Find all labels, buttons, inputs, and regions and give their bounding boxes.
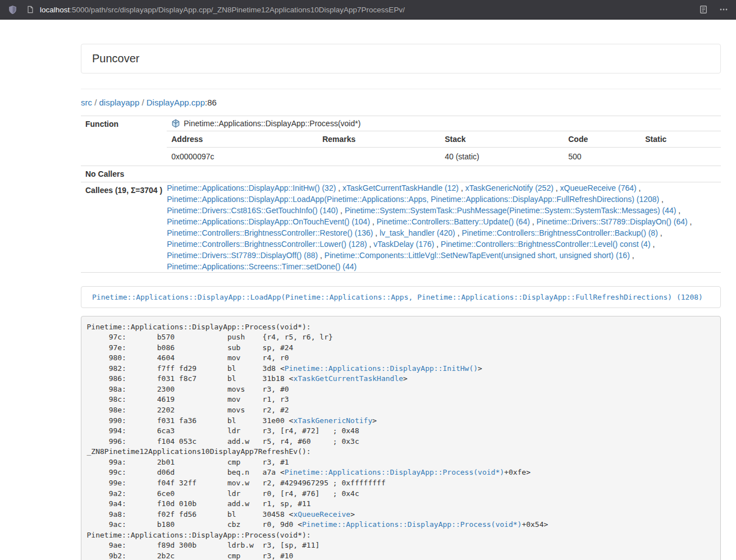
code-value: 500	[564, 148, 641, 166]
callees-list: Pinetime::Applications::DisplayApp::Init…	[167, 182, 721, 273]
overflow-menu-icon[interactable]	[719, 5, 728, 14]
callees-row: Callees (19, Σ=3704 ) Pinetime::Applicat…	[81, 182, 721, 273]
column-header-static: Static	[641, 131, 721, 148]
disassembly-code-block: Pinetime::Applications::DisplayApp::Proc…	[81, 316, 721, 560]
breadcrumb-separator: /	[92, 98, 99, 107]
callee-link[interactable]: Pinetime::Applications::DisplayApp::Init…	[167, 183, 336, 192]
stats-header-row: Address Remarks Stack Code Static	[167, 131, 721, 148]
callees-label: Callees (19, Σ=3704 )	[81, 182, 167, 273]
loadapp-link[interactable]: Pinetime::Applications::DisplayApp::Load…	[92, 293, 703, 301]
column-header-code: Code	[564, 131, 641, 148]
callee-link[interactable]: vTaskDelay (176)	[373, 240, 434, 249]
page-title: Puncover	[92, 52, 140, 65]
tracking-protection-shield-icon[interactable]	[8, 5, 17, 15]
disassembly-symbol-link[interactable]: xTaskGenericNotify	[293, 416, 372, 425]
callee-link[interactable]: Pinetime::Controllers::Battery::Update()…	[377, 217, 530, 226]
url-bar[interactable]: localhost:5000/path/src/displayapp/Displ…	[26, 6, 692, 14]
function-stats-table: Address Remarks Stack Code Static 0x0000…	[167, 131, 721, 166]
callee-link[interactable]: Pinetime::Drivers::Cst816S::GetTouchInfo…	[167, 206, 338, 215]
toolbar-right	[692, 5, 728, 14]
callee-link[interactable]: xTaskGetCurrentTaskHandle (12)	[342, 183, 459, 192]
callee-link[interactable]: lv_task_handler (420)	[380, 228, 455, 237]
column-header-address: Address	[167, 131, 318, 148]
callee-link[interactable]: xTaskGenericNotify (252)	[465, 183, 554, 192]
static-value	[641, 148, 721, 166]
callee-link[interactable]: Pinetime::Applications::DisplayApp::OnTo…	[167, 217, 370, 226]
disassembly-symbol-link[interactable]: Pinetime::Applications::DisplayApp::Init…	[285, 364, 478, 373]
function-table: Function Pinetime::Applications::Display…	[81, 116, 721, 273]
callee-link[interactable]: Pinetime::Drivers::St7789::DisplayOff() …	[167, 251, 318, 260]
url-path: :5000/path/src/displayapp/DisplayApp.cpp…	[70, 6, 405, 14]
function-icon	[171, 119, 180, 128]
breadcrumb-separator: /	[139, 98, 147, 107]
breadcrumb-link[interactable]: DisplayApp.cpp	[147, 98, 205, 107]
browser-toolbar: localhost:5000/path/src/displayapp/Displ…	[0, 0, 736, 20]
callee-link[interactable]: xQueueReceive (764)	[560, 183, 637, 192]
function-name-row: Pinetime::Applications::DisplayApp::Proc…	[167, 116, 721, 131]
column-header-stack: Stack	[440, 131, 564, 148]
breadcrumb-link[interactable]: displayapp	[99, 98, 140, 107]
stats-value-row: 0x0000097c 40 (static) 500	[167, 148, 721, 166]
stack-value: 40 (static)	[440, 148, 564, 166]
breadcrumb: src / displayapp / DisplayApp.cpp:86	[81, 98, 721, 107]
callee-link[interactable]: Pinetime::Components::LittleVgl::SetNewT…	[324, 251, 630, 260]
remarks-value	[318, 148, 440, 166]
disassembly-symbol-link[interactable]: Pinetime::Applications::DisplayApp::Proc…	[302, 520, 522, 529]
disassembly-symbol-link[interactable]: Pinetime::Applications::DisplayApp::Proc…	[285, 468, 504, 476]
reader-mode-icon[interactable]	[699, 5, 708, 14]
app-title-panel: Puncover	[81, 44, 721, 74]
url-host: localhost	[40, 6, 70, 14]
function-row-label: Function	[81, 116, 167, 166]
callee-link[interactable]: Pinetime::System::SystemTask::PushMessag…	[345, 206, 676, 215]
page-identity-icon[interactable]	[26, 6, 34, 13]
callee-link[interactable]: Pinetime::Drivers::St7789::DisplayOn() (…	[537, 217, 688, 226]
callee-link[interactable]: Pinetime::Controllers::BrightnessControl…	[167, 240, 367, 249]
function-row: Function Pinetime::Applications::Display…	[81, 116, 721, 166]
divider	[81, 89, 721, 89]
callee-link[interactable]: Pinetime::Controllers::BrightnessControl…	[461, 228, 657, 237]
column-header-remarks: Remarks	[318, 131, 440, 148]
disassembly-symbol-link[interactable]: xQueueReceive	[293, 510, 350, 518]
callee-link[interactable]: Pinetime::Controllers::BrightnessControl…	[167, 228, 373, 237]
address-value: 0x0000097c	[167, 148, 318, 166]
no-callers-cell	[167, 166, 721, 182]
function-name: Pinetime::Applications::DisplayApp::Proc…	[184, 119, 360, 128]
callee-link[interactable]: Pinetime::Controllers::BrightnessControl…	[441, 240, 650, 249]
breadcrumb-link[interactable]: src	[81, 98, 92, 107]
page-container: Puncover src / displayapp / DisplayApp.c…	[81, 44, 721, 560]
disassembly-symbol-link[interactable]: xTaskGetCurrentTaskHandle	[293, 374, 403, 383]
no-callers-row: No Callers	[81, 166, 721, 182]
callee-link[interactable]: Pinetime::Applications::DisplayApp::Load…	[167, 195, 659, 204]
callee-link[interactable]: Pinetime::Applications::Screens::Timer::…	[167, 262, 356, 271]
no-callers-label: No Callers	[81, 166, 167, 182]
loadapp-highlight-box: Pinetime::Applications::DisplayApp::Load…	[81, 286, 721, 308]
